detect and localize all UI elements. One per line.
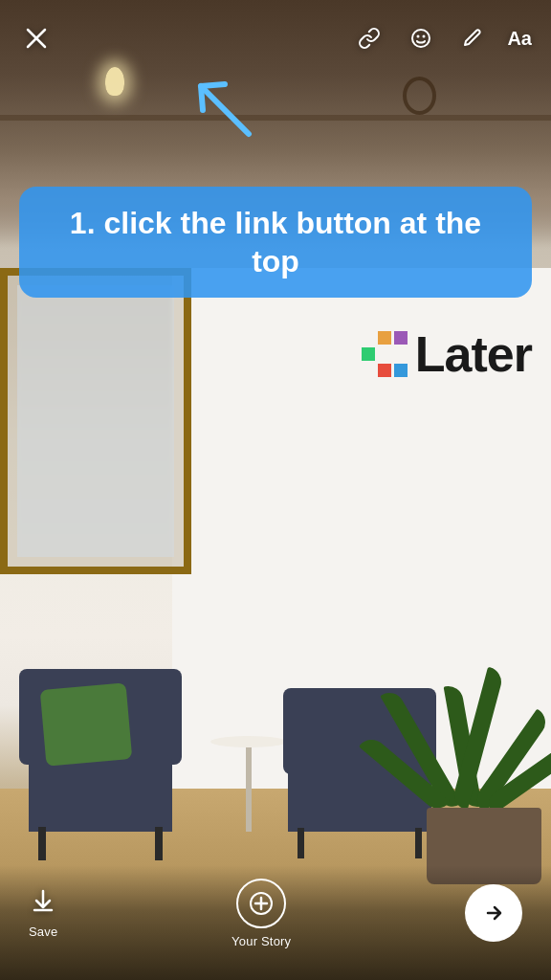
instruction-bubble: 1. click the link button at the top <box>19 187 532 298</box>
close-button[interactable] <box>19 21 54 56</box>
svg-point-4 <box>423 35 426 38</box>
later-logo-text: Later <box>415 325 532 383</box>
save-icon <box>31 888 55 919</box>
your-story-button[interactable]: Your Story <box>231 879 291 948</box>
hanging-ring-decoration <box>403 77 436 115</box>
toolbar-right-icons: Aa <box>352 21 532 56</box>
instruction-text: 1. click the link button at the top <box>42 204 509 280</box>
logo-grid-icon <box>362 331 408 377</box>
svg-point-2 <box>412 30 430 47</box>
link-button[interactable] <box>352 21 386 56</box>
top-toolbar: Aa <box>0 0 551 67</box>
story-add-icon <box>236 879 286 928</box>
plant-decoration <box>398 597 551 884</box>
svg-point-3 <box>417 35 420 38</box>
next-button[interactable] <box>465 884 522 942</box>
sticker-button[interactable] <box>404 21 438 56</box>
later-logo: Later <box>362 325 532 383</box>
side-table <box>220 736 277 832</box>
chair-left <box>19 640 182 832</box>
ceiling-light <box>105 67 124 96</box>
save-label: Save <box>29 924 57 939</box>
your-story-label: Your Story <box>231 934 291 948</box>
save-button[interactable]: Save <box>29 888 57 939</box>
text-button[interactable]: Aa <box>507 28 532 50</box>
arrow-annotation <box>172 57 287 172</box>
bottom-bar: Save Your Story <box>0 865 551 980</box>
draw-button[interactable] <box>455 21 490 56</box>
window-frame <box>0 268 191 574</box>
